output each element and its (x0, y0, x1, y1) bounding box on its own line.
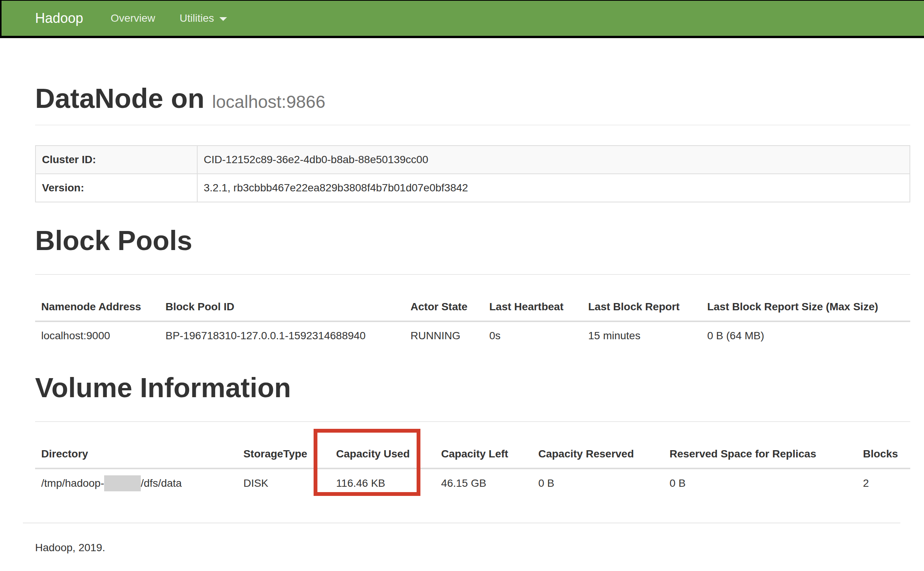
nav-link-overview[interactable]: Overview (98, 0, 167, 37)
nav-link-utilities[interactable]: Utilities (167, 0, 239, 37)
section-divider (35, 274, 910, 275)
col-last-heartbeat: Last Heartbeat (483, 293, 582, 321)
page-header: DataNode on localhost:9866 (35, 83, 910, 125)
col-block-pool-id: Block Pool ID (159, 293, 404, 321)
page-title: DataNode on localhost:9866 (35, 83, 910, 117)
nav-item-overview: Overview (98, 0, 167, 37)
table-header-row: Namenode Address Block Pool ID Actor Sta… (35, 293, 910, 321)
reserved-space-replicas-value: 0 B (663, 468, 857, 497)
last-block-report-value: 15 minutes (582, 321, 701, 350)
table-header-row: Directory StorageType Capacity Used Capa… (35, 440, 910, 468)
chevron-down-icon (219, 17, 227, 21)
capacity-used-value: 116.46 KB (330, 468, 435, 497)
volume-table-wrap: Directory StorageType Capacity Used Capa… (35, 440, 910, 497)
directory-suffix: /dfs/data (141, 477, 182, 489)
col-capacity-left: Capacity Left (435, 440, 532, 468)
nav-menu: Overview Utilities (98, 0, 239, 37)
table-row: /tmp/hadoop-/dfs/data DISK 116.46 KB 46.… (35, 468, 910, 497)
last-block-report-size-value: 0 B (64 MB) (701, 321, 910, 350)
version-label: Version: (35, 174, 197, 202)
cluster-id-label: Cluster ID: (35, 146, 197, 174)
col-reserved-space-replicas: Reserved Space for Replicas (663, 440, 857, 468)
main-content: DataNode on localhost:9866 Cluster ID: C… (0, 83, 924, 563)
footer-divider (23, 523, 900, 523)
capacity-left-value: 46.15 GB (435, 468, 532, 497)
col-directory: Directory (35, 440, 237, 468)
page-title-text: DataNode on (35, 83, 204, 114)
last-heartbeat-value: 0s (483, 321, 582, 350)
col-namenode-address: Namenode Address (35, 293, 159, 321)
table-row: Cluster ID: CID-12152c89-36e2-4db0-b8ab-… (35, 146, 910, 174)
col-capacity-reserved: Capacity Reserved (532, 440, 663, 468)
volume-information-title: Volume Information (35, 372, 910, 403)
version-value: 3.2.1, rb3cbbb467e22ea829b3808f4b7b01d07… (197, 174, 910, 202)
col-last-block-report: Last Block Report (582, 293, 701, 321)
table-row: localhost:9000 BP-196718310-127.0.0.1-15… (35, 321, 910, 350)
col-storage-type: StorageType (237, 440, 330, 468)
volume-table: Directory StorageType Capacity Used Capa… (35, 440, 910, 497)
nav-utilities-label: Utilities (180, 12, 214, 24)
actor-state-value: RUNNING (404, 321, 483, 350)
block-pools-title: Block Pools (35, 225, 910, 256)
col-last-block-report-size: Last Block Report Size (Max Size) (701, 293, 910, 321)
blocks-value: 2 (857, 468, 910, 497)
footer-text: Hadoop, 2019. (35, 542, 910, 563)
capacity-reserved-value: 0 B (532, 468, 663, 497)
datanode-page: Hadoop Overview Utilities DataNode on lo… (0, 0, 924, 571)
redacted-text-box (104, 475, 141, 491)
cluster-id-value: CID-12152c89-36e2-4db0-b8ab-88e50139cc00 (197, 146, 910, 174)
section-divider (35, 421, 910, 422)
col-blocks: Blocks (857, 440, 910, 468)
col-capacity-used: Capacity Used (330, 440, 435, 468)
directory-prefix: /tmp/hadoop- (41, 477, 104, 489)
navbar: Hadoop Overview Utilities (0, 0, 924, 38)
brand-link[interactable]: Hadoop (35, 0, 83, 37)
table-row: Version: 3.2.1, rb3cbbb467e22ea829b3808f… (35, 174, 910, 202)
directory-value: /tmp/hadoop-/dfs/data (35, 468, 237, 497)
block-pool-id-value: BP-196718310-127.0.0.1-1592314688940 (159, 321, 404, 350)
block-pools-table: Namenode Address Block Pool ID Actor Sta… (35, 293, 910, 350)
col-actor-state: Actor State (404, 293, 483, 321)
namenode-address-value: localhost:9000 (35, 321, 159, 350)
cluster-info-table: Cluster ID: CID-12152c89-36e2-4db0-b8ab-… (35, 145, 910, 202)
storage-type-value: DISK (237, 468, 330, 497)
page-title-host: localhost:9866 (212, 92, 325, 112)
nav-item-utilities: Utilities (167, 0, 239, 37)
